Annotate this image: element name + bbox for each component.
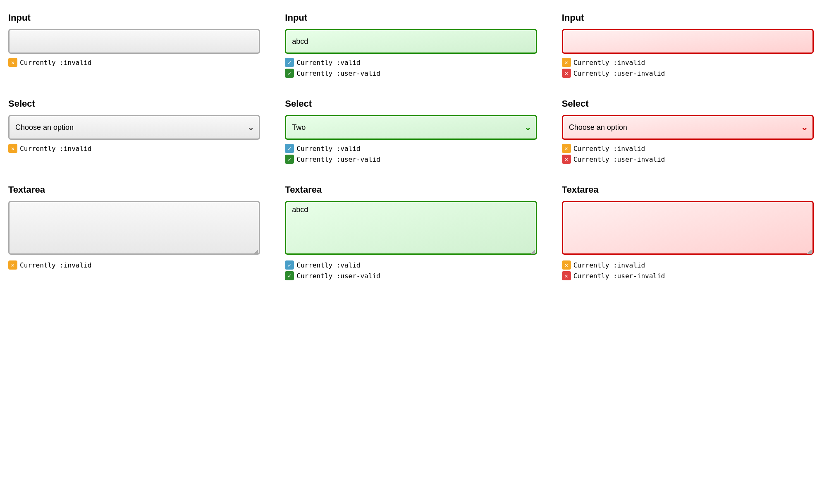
status-item-1: ✕Currently :user-invalid bbox=[562, 271, 814, 280]
status-badge-orange: ✕ bbox=[562, 58, 571, 67]
textarea-section-label-col0: Textarea bbox=[8, 184, 260, 195]
input-section-label-col2: Input bbox=[562, 12, 814, 23]
status-item-1: ✓Currently :user-valid bbox=[285, 271, 537, 280]
select-wrapper-col1: Two⌄ bbox=[285, 115, 537, 140]
status-item-0: ✕Currently :invalid bbox=[8, 144, 260, 153]
cell-col-invalid-textarea: Textarea✕Currently :invalid✕Currently :u… bbox=[562, 184, 814, 280]
status-text-1: Currently :user-invalid bbox=[573, 272, 665, 280]
select-section-label-col0: Select bbox=[8, 98, 260, 109]
status-item-0: ✕Currently :invalid bbox=[562, 58, 814, 67]
textarea-section-label-col1: Textarea bbox=[285, 184, 537, 195]
status-text-0: Currently :invalid bbox=[20, 145, 91, 153]
cell-col-valid-textarea: Textareaabcd✓Currently :valid✓Currently … bbox=[285, 184, 537, 280]
status-item-1: ✕Currently :user-invalid bbox=[562, 69, 814, 78]
status-item-1: ✕Currently :user-invalid bbox=[562, 155, 814, 164]
status-badge-blue: ✓ bbox=[285, 260, 294, 270]
status-badge-orange: ✕ bbox=[562, 260, 571, 270]
input-section-label-col1: Input bbox=[285, 12, 537, 23]
status-badge-red: ✕ bbox=[562, 155, 571, 164]
status-badge-orange: ✕ bbox=[8, 144, 17, 153]
status-badge-red: ✕ bbox=[562, 69, 571, 78]
textarea-wrapper-col2 bbox=[562, 201, 814, 256]
cell-col-valid-input: Input✓Currently :valid✓Currently :user-v… bbox=[285, 12, 537, 78]
select-field-col0[interactable]: Choose an option bbox=[8, 115, 260, 140]
select-section-label-col1: Select bbox=[285, 98, 537, 109]
status-list-col2-textarea: ✕Currently :invalid✕Currently :user-inva… bbox=[562, 260, 814, 280]
textarea-field-col0[interactable] bbox=[8, 201, 260, 255]
status-item-0: ✓Currently :valid bbox=[285, 144, 537, 153]
cell-col-default-textarea: Textarea✕Currently :invalid bbox=[8, 184, 260, 280]
status-badge-orange: ✕ bbox=[562, 144, 571, 153]
status-badge-green: ✓ bbox=[285, 69, 294, 78]
cell-col-default-select: SelectChoose an option⌄✕Currently :inval… bbox=[8, 98, 260, 164]
status-list-col2-input: ✕Currently :invalid✕Currently :user-inva… bbox=[562, 58, 814, 78]
textarea-wrapper-col1: abcd bbox=[285, 201, 537, 256]
status-list-col1-input: ✓Currently :valid✓Currently :user-valid bbox=[285, 58, 537, 78]
select-field-col2[interactable]: Choose an option bbox=[562, 115, 814, 140]
status-item-0: ✕Currently :invalid bbox=[8, 260, 260, 270]
status-list-col0-select: ✕Currently :invalid bbox=[8, 144, 260, 153]
status-list-col0-textarea: ✕Currently :invalid bbox=[8, 260, 260, 270]
input-field-col2[interactable] bbox=[562, 29, 814, 54]
input-field-col0[interactable] bbox=[8, 29, 260, 54]
status-text-0: Currently :valid bbox=[296, 261, 360, 269]
select-section-label-col2: Select bbox=[562, 98, 814, 109]
status-text-0: Currently :invalid bbox=[20, 261, 91, 269]
main-grid: Input✕Currently :invalidInput✓Currently … bbox=[8, 12, 814, 280]
status-text-1: Currently :user-invalid bbox=[573, 155, 665, 163]
status-badge-orange: ✕ bbox=[8, 260, 17, 270]
textarea-field-col1[interactable]: abcd bbox=[285, 201, 537, 255]
status-item-0: ✕Currently :invalid bbox=[562, 260, 814, 270]
status-badge-orange: ✕ bbox=[8, 58, 17, 67]
status-text-1: Currently :user-valid bbox=[296, 155, 380, 163]
status-badge-blue: ✓ bbox=[285, 58, 294, 67]
status-text-0: Currently :invalid bbox=[573, 145, 645, 153]
status-badge-green: ✓ bbox=[285, 271, 294, 280]
cell-col-invalid-input: Input✕Currently :invalid✕Currently :user… bbox=[562, 12, 814, 78]
status-text-1: Currently :user-valid bbox=[296, 69, 380, 77]
status-list-col0-input: ✕Currently :invalid bbox=[8, 58, 260, 67]
status-item-0: ✓Currently :valid bbox=[285, 260, 537, 270]
select-wrapper-col2: Choose an option⌄ bbox=[562, 115, 814, 140]
status-list-col1-select: ✓Currently :valid✓Currently :user-valid bbox=[285, 144, 537, 164]
status-item-0: ✓Currently :valid bbox=[285, 58, 537, 67]
textarea-section-label-col2: Textarea bbox=[562, 184, 814, 195]
status-text-0: Currently :invalid bbox=[573, 261, 645, 269]
status-text-0: Currently :invalid bbox=[20, 59, 91, 67]
cell-col-valid-select: SelectTwo⌄✓Currently :valid✓Currently :u… bbox=[285, 98, 537, 164]
status-list-col1-textarea: ✓Currently :valid✓Currently :user-valid bbox=[285, 260, 537, 280]
status-item-0: ✕Currently :invalid bbox=[562, 144, 814, 153]
status-text-1: Currently :user-invalid bbox=[573, 69, 665, 77]
status-text-0: Currently :valid bbox=[296, 59, 360, 67]
cell-col-invalid-select: SelectChoose an option⌄✕Currently :inval… bbox=[562, 98, 814, 164]
status-item-1: ✓Currently :user-valid bbox=[285, 155, 537, 164]
textarea-wrapper-col0 bbox=[8, 201, 260, 256]
status-text-1: Currently :user-valid bbox=[296, 272, 380, 280]
status-item-0: ✕Currently :invalid bbox=[8, 58, 260, 67]
status-item-1: ✓Currently :user-valid bbox=[285, 69, 537, 78]
cell-col-default-input: Input✕Currently :invalid bbox=[8, 12, 260, 78]
select-field-col1[interactable]: Two bbox=[285, 115, 537, 140]
select-wrapper-col0: Choose an option⌄ bbox=[8, 115, 260, 140]
textarea-field-col2[interactable] bbox=[562, 201, 814, 255]
status-list-col2-select: ✕Currently :invalid✕Currently :user-inva… bbox=[562, 144, 814, 164]
input-field-col1[interactable] bbox=[285, 29, 537, 54]
status-text-0: Currently :invalid bbox=[573, 59, 645, 67]
status-badge-green: ✓ bbox=[285, 155, 294, 164]
status-text-0: Currently :valid bbox=[296, 145, 360, 153]
status-badge-red: ✕ bbox=[562, 271, 571, 280]
input-section-label-col0: Input bbox=[8, 12, 260, 23]
status-badge-blue: ✓ bbox=[285, 144, 294, 153]
